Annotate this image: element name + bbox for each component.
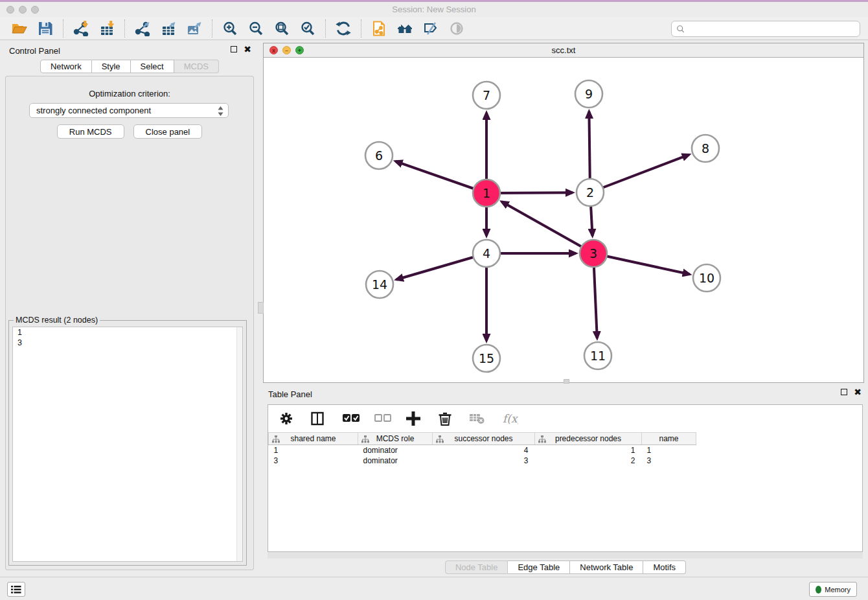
cell-MCDS-role[interactable]: dominator — [358, 445, 433, 456]
graph-node-1[interactable]: 1 — [473, 179, 500, 207]
tab-motifs[interactable]: Motifs — [643, 560, 686, 574]
graph-node-15[interactable]: 15 — [473, 345, 500, 372]
hierarchy-icon — [436, 435, 444, 445]
cell-predecessor-nodes[interactable]: 2 — [535, 456, 642, 466]
split-divider-handle[interactable] — [258, 302, 264, 314]
node-label: 11 — [590, 349, 606, 363]
column-header-shared-name[interactable]: shared name — [269, 433, 358, 445]
export-network-icon[interactable] — [131, 19, 154, 38]
settings-gear-icon[interactable] — [279, 411, 296, 426]
node-label: 15 — [479, 351, 494, 365]
tab-edge-table[interactable]: Edge Table — [508, 560, 570, 574]
column-header-predecessor-nodes[interactable]: predecessor nodes — [535, 433, 642, 445]
mcds-result-list[interactable]: 13 — [12, 327, 243, 562]
node-label: 14 — [372, 277, 387, 292]
cell-MCDS-role[interactable]: dominator — [358, 456, 433, 466]
network-view-window: x – + scc.txt 7968124314101511 — [263, 43, 864, 383]
table-row[interactable]: 3dominator323 — [269, 456, 863, 466]
network-canvas[interactable]: 7968124314101511 — [264, 58, 863, 382]
edge-3-1[interactable] — [502, 202, 594, 253]
graph-node-10[interactable]: 10 — [693, 264, 720, 292]
column-header-successor-nodes[interactable]: successor nodes — [433, 433, 535, 445]
tab-node-table[interactable]: Node Table — [445, 560, 508, 574]
cell-successor-nodes[interactable]: 4 — [433, 445, 535, 456]
edge-2-8[interactable] — [590, 155, 689, 192]
zoom-selected-icon[interactable] — [297, 19, 319, 38]
close-panel-icon[interactable]: ✖ — [244, 46, 251, 52]
network-graph[interactable]: 7968124314101511 — [264, 58, 863, 383]
graph-node-11[interactable]: 11 — [584, 342, 611, 369]
import-table-icon[interactable] — [96, 19, 118, 38]
tab-network[interactable]: Network — [40, 60, 92, 73]
task-history-button[interactable] — [7, 582, 25, 597]
toolbar-separator — [124, 19, 125, 38]
tab-select[interactable]: Select — [131, 60, 174, 73]
graph-node-9[interactable]: 9 — [575, 80, 602, 108]
table-panel: Table Panel ✖ f(x) shared nameMCDS roles… — [263, 386, 868, 577]
search-input[interactable] — [685, 21, 860, 36]
tab-network-table[interactable]: Network Table — [570, 560, 643, 574]
node-label: 10 — [699, 271, 714, 285]
criterion-select[interactable]: strongly connected component — [29, 103, 229, 118]
result-node-id: 1 — [13, 327, 242, 338]
node-label: 9 — [585, 87, 593, 101]
deselect-all-icon[interactable] — [374, 411, 391, 426]
network-window-titlebar[interactable]: x – + scc.txt — [264, 43, 863, 58]
edge-3-10[interactable] — [593, 253, 690, 274]
export-image-icon[interactable] — [183, 19, 205, 38]
run-mcds-button[interactable]: Run MCDS — [57, 124, 124, 139]
cell-name[interactable]: 3 — [642, 456, 696, 466]
save-session-icon[interactable] — [34, 19, 56, 38]
open-file-icon[interactable] — [8, 19, 30, 38]
cell-name[interactable]: 1 — [642, 445, 696, 456]
node-label: 6 — [375, 148, 383, 163]
graph-node-3[interactable]: 3 — [580, 240, 607, 267]
cell-shared-name[interactable]: 3 — [269, 456, 358, 466]
column-header-name[interactable]: name — [642, 433, 696, 445]
close-panel-button[interactable]: Close panel — [133, 124, 203, 139]
export-table-icon[interactable] — [157, 19, 179, 38]
graph-node-2[interactable]: 2 — [577, 179, 604, 206]
tab-mcds[interactable]: MCDS — [174, 60, 219, 73]
column-header-MCDS-role[interactable]: MCDS role — [358, 433, 433, 445]
result-scrollbar[interactable] — [236, 327, 242, 561]
home-icon[interactable] — [394, 19, 416, 38]
network-file-icon[interactable] — [368, 19, 390, 38]
import-network-icon[interactable] — [70, 19, 92, 38]
control-panel: Control Panel ✖ NetworkStyleSelectMCDS O… — [0, 43, 259, 575]
toggle-view-icon[interactable] — [446, 19, 468, 38]
add-row-icon[interactable] — [406, 411, 423, 426]
graph-node-4[interactable]: 4 — [473, 240, 500, 267]
float-panel-icon[interactable] — [231, 46, 237, 52]
zoom-out-icon[interactable] — [245, 19, 267, 38]
edge-1-6[interactable] — [396, 161, 487, 193]
toolbar-separator — [325, 19, 326, 38]
zoom-fit-icon[interactable] — [271, 19, 293, 38]
graph-node-8[interactable]: 8 — [692, 135, 719, 162]
cell-predecessor-nodes[interactable]: 1 — [535, 445, 642, 456]
graph-node-6[interactable]: 6 — [365, 142, 393, 169]
cell-filler — [696, 456, 863, 466]
hide-labels-icon[interactable] — [420, 19, 442, 38]
graph-node-14[interactable]: 14 — [366, 271, 393, 298]
split-columns-icon[interactable] — [311, 411, 328, 426]
delete-row-icon[interactable] — [438, 411, 455, 426]
search-field[interactable] — [671, 21, 860, 37]
toolbar-separator — [212, 19, 212, 38]
node-label: 3 — [589, 246, 597, 260]
criterion-selected-value: strongly connected component — [36, 106, 151, 115]
pane-resize-handle[interactable] — [564, 379, 569, 384]
graph-node-7[interactable]: 7 — [473, 82, 500, 109]
memory-button[interactable]: Memory — [809, 582, 857, 597]
cell-shared-name[interactable]: 1 — [269, 445, 358, 456]
apply-layout-icon[interactable] — [332, 19, 354, 38]
zoom-in-icon[interactable] — [219, 19, 241, 38]
table-close-panel-icon[interactable]: ✖ — [854, 389, 862, 395]
tab-style[interactable]: Style — [92, 60, 131, 73]
table-row[interactable]: 1dominator411 — [269, 445, 863, 456]
application-window: Session: New Session Control Panel ✖ Net… — [0, 0, 868, 600]
table-float-panel-icon[interactable] — [841, 389, 847, 395]
cell-successor-nodes[interactable]: 3 — [433, 456, 535, 466]
select-all-icon[interactable] — [343, 411, 360, 426]
search-icon — [676, 25, 685, 34]
